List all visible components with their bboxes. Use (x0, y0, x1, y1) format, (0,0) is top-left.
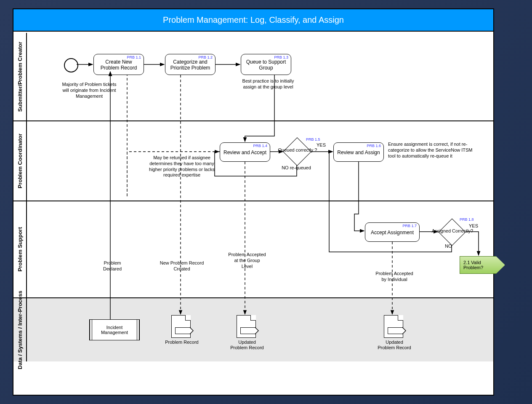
note-new-record: New Problem Record Created (157, 260, 207, 272)
swimlanes: Submitter/Problem Creator PRB 1.1 Create… (13, 33, 493, 395)
label-no-2: NO (445, 243, 452, 249)
ref-prb16: PRB 1.6 (367, 144, 381, 148)
subprocess-incident-mgmt: Incident Management (89, 319, 140, 340)
note-declared: Problem Declared (96, 260, 129, 272)
note-ensure: Ensure assignment is correct, if not re-… (388, 142, 476, 159)
gateway-assigned-label: Assigned Correctly? (429, 228, 476, 234)
lane-submitter: Submitter/Problem Creator PRB 1.1 Create… (13, 33, 493, 121)
task-review-assign: PRB 1.6 Review and Assign (333, 142, 384, 162)
task-queue: PRB 1.3 Queue to Support Group (241, 54, 291, 75)
ref-prb17: PRB 1.7 (402, 224, 417, 228)
ref-prb11: PRB 1.1 (127, 55, 141, 59)
label-no-requeued: NO re-queued (275, 165, 317, 171)
data-object-updated-record-2 (384, 315, 403, 338)
lane-coordinator: Problem Coordinator PRB 1.4 Review and A… (13, 121, 493, 201)
ref-prb12: PRB 1.2 (198, 55, 213, 59)
note-returned: May be returned if assignee determines t… (146, 155, 218, 178)
diagram-title: Problem Management: Log, Classify, and A… (13, 9, 493, 32)
ref-prb15: PRB 1.5 (306, 137, 320, 142)
ref-prb14: PRB 1.4 (253, 144, 267, 148)
ref-prb13: PRB 1.3 (274, 55, 288, 59)
lane-label-data: Data / Systems / Inter-Process (13, 298, 27, 361)
subprocess-incident-mgmt-label: Incident Management (101, 325, 128, 335)
data-object-updated-record-1 (237, 315, 256, 338)
note-best-practice: Best practice is to initially assign at … (237, 78, 300, 90)
edges-lane1 (26, 33, 489, 121)
task-categorize: PRB 1.2 Categorize and Prioritize Proble… (165, 54, 215, 75)
ref-prb18: PRB 1.8 (460, 217, 474, 222)
lane-support: Problem Support PRB 1.7 Accept Assignmen… (13, 201, 493, 298)
label-yes-1: YES (317, 142, 326, 147)
lane-data: Data / Systems / Inter-Process Incident … (13, 298, 493, 361)
lane-label-submitter: Submitter/Problem Creator (13, 33, 27, 120)
task-accept-assignment: PRB 1.7 Accept Assignment (365, 222, 420, 242)
start-event (64, 58, 78, 72)
task-create-record: PRB 1.1 Create New Problem Record (93, 54, 144, 75)
caption-updated-record-2: Updated Problem Record (378, 340, 411, 350)
lane-label-support: Problem Support (13, 201, 27, 297)
caption-updated-record-1: Updated Problem Record (230, 340, 264, 350)
caption-problem-record: Problem Record (165, 340, 199, 345)
offpage-valid-problem: 2.1 Valid Problem? (460, 256, 505, 274)
data-object-problem-record (171, 315, 191, 338)
edges-lane3 (26, 201, 497, 298)
page: Problem Management: Log, Classify, and A… (0, 0, 532, 404)
offpage-valid-problem-label: 2.1 Valid Problem? (463, 260, 483, 270)
task-review-accept: PRB 1.4 Review and Accept (220, 142, 270, 162)
gateway-queued-label: Queued correctly ? (278, 147, 317, 153)
label-yes-2: YES (469, 223, 478, 228)
note-accepted-group: Problem Accepted at the Group Level (228, 252, 266, 269)
lane-label-coordinator: Problem Coordinator (13, 121, 27, 201)
diagram-sheet: Problem Management: Log, Classify, and A… (13, 8, 494, 396)
note-accepted-individual: Problem Accepted by Individual (375, 271, 413, 283)
note-origin: Majority of Problem tickets will origina… (60, 82, 119, 99)
